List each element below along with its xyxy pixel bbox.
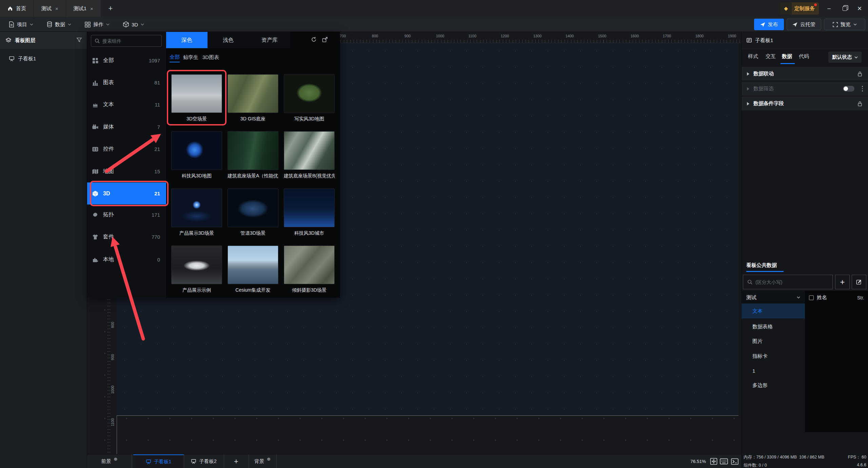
tab-close-icon[interactable]: × bbox=[90, 6, 93, 12]
fps-value: FPS： 60 bbox=[848, 454, 866, 460]
publish-button[interactable]: 发布 bbox=[754, 19, 784, 30]
tab-doc-1[interactable]: 测试 × bbox=[34, 0, 66, 17]
component-card-3d-gis-base[interactable]: 3D GIS底座 bbox=[228, 74, 278, 122]
menu-data[interactable]: 数据 bbox=[40, 17, 78, 32]
widget-list-icon bbox=[92, 146, 99, 153]
thumbnail-label: 科技风3D地图 bbox=[171, 173, 222, 179]
category-local[interactable]: 本地 0 bbox=[87, 249, 166, 271]
data-item-image[interactable]: 图片 bbox=[742, 334, 805, 349]
add-foreground-icon[interactable]: ⊕ bbox=[114, 456, 118, 462]
inspector-tab-interaction[interactable]: 交互 bbox=[766, 53, 776, 60]
tab-home[interactable]: 首页 bbox=[0, 0, 34, 17]
filter-icon[interactable] bbox=[76, 37, 82, 43]
tab-close-icon[interactable]: × bbox=[55, 6, 58, 12]
data-item-1[interactable]: 1 bbox=[742, 363, 805, 378]
component-card-tech-3d-map[interactable]: 科技风3D地图 bbox=[171, 131, 222, 179]
component-card-building-base-b[interactable]: 建筑底座场景B(视觉优先) bbox=[284, 131, 335, 179]
public-data-search[interactable] bbox=[743, 275, 833, 289]
category-label: 全部 bbox=[103, 57, 114, 64]
thumbnail-label: Cesium集成开发 bbox=[228, 287, 278, 293]
thumbnail-image bbox=[228, 246, 278, 284]
board-icon bbox=[746, 38, 752, 43]
data-filter-toggle[interactable] bbox=[843, 86, 854, 92]
section-data-linkage[interactable]: 数据联动 bbox=[742, 67, 868, 81]
terminal-console-icon[interactable] bbox=[731, 457, 739, 465]
board-icon bbox=[9, 56, 15, 61]
component-card-realistic-3d-map[interactable]: 写实风3D地图 bbox=[284, 74, 335, 122]
component-card-oblique-photography[interactable]: 倾斜摄影3D场景 bbox=[284, 246, 335, 293]
category-text[interactable]: 文本 11 bbox=[87, 94, 166, 116]
section-data-filter[interactable]: 数据筛选 bbox=[742, 82, 868, 96]
component-card-tech-3d-city[interactable]: 科技风3D城市 bbox=[284, 189, 335, 236]
category-all[interactable]: 全部 1097 bbox=[87, 50, 166, 72]
public-data-title[interactable]: 看板公共数据 bbox=[746, 262, 777, 269]
category-suites[interactable]: 套件 770 bbox=[87, 226, 166, 248]
layer-item-subboard1[interactable]: 子看板1 bbox=[0, 52, 87, 66]
dataset-column-header[interactable]: 姓名 Str. bbox=[805, 291, 868, 304]
active-tab-underline bbox=[781, 63, 795, 64]
theme-tab-assets[interactable]: 资产库 bbox=[249, 32, 290, 48]
checkbox-icon[interactable] bbox=[809, 295, 814, 300]
component-card-cesium-dev[interactable]: Cesium集成开发 bbox=[228, 246, 278, 293]
subboard-tab-2[interactable]: 子看板2 bbox=[184, 454, 224, 468]
data-item-table[interactable]: 数据表格 bbox=[742, 319, 805, 334]
close-window-button[interactable]: ✕ bbox=[852, 0, 867, 17]
minimize-button[interactable]: – bbox=[821, 0, 837, 17]
inspector-tab-data[interactable]: 数据 bbox=[782, 53, 792, 60]
zoom-level[interactable]: 76.51% bbox=[690, 454, 706, 468]
custom-service-badge[interactable]: ◆ 定制服务 bbox=[780, 2, 819, 15]
ruler-number: 800 bbox=[111, 317, 115, 332]
add-data-button[interactable]: + bbox=[835, 275, 850, 289]
ruler-number: 1400 bbox=[561, 34, 578, 38]
component-card-pipeline-3d-scene[interactable]: 管道3D场景 bbox=[228, 189, 278, 236]
edit-pencil-icon bbox=[856, 279, 862, 285]
kebab-menu-icon[interactable] bbox=[862, 86, 863, 92]
theme-tab-dark[interactable]: 深色 bbox=[166, 32, 208, 48]
menu-project[interactable]: 项目 bbox=[2, 17, 40, 32]
data-item-indicator-card[interactable]: 指标卡 bbox=[742, 349, 805, 364]
puzzle-icon bbox=[92, 256, 99, 263]
preview-button[interactable]: 预览 bbox=[824, 19, 865, 30]
filter-tab-digital-twin[interactable]: 鲸孪生 bbox=[183, 52, 198, 62]
section-data-condition-fields[interactable]: 数据条件字段 bbox=[742, 97, 868, 111]
refresh-icon[interactable] bbox=[311, 37, 317, 42]
add-background-icon[interactable]: ⊕ bbox=[267, 456, 271, 462]
category-maps[interactable]: 地图 15 bbox=[87, 160, 166, 182]
menu-3d[interactable]: 3D bbox=[116, 17, 151, 32]
restore-button[interactable] bbox=[837, 0, 852, 17]
keyboard-shortcuts-icon[interactable] bbox=[720, 457, 728, 465]
component-category-column: 全部 1097 图表 81 文本 11 媒体 7 控件 21 bbox=[87, 32, 166, 298]
public-data-search-input[interactable] bbox=[755, 279, 828, 285]
foreground-button[interactable]: 前景 ⊕ bbox=[87, 454, 132, 468]
inspector-tab-style[interactable]: 样式 bbox=[748, 53, 758, 60]
filter-tab-3d-charts[interactable]: 3D图表 bbox=[202, 52, 219, 62]
data-item-text[interactable]: 文本 bbox=[742, 304, 805, 318]
component-search-input[interactable] bbox=[102, 38, 158, 44]
fit-to-screen-icon[interactable] bbox=[710, 457, 718, 465]
theme-tab-light[interactable]: 浅色 bbox=[208, 32, 249, 48]
new-tab-button[interactable]: + bbox=[101, 0, 120, 17]
add-subboard-button[interactable]: + bbox=[224, 454, 249, 468]
component-card-building-base-a[interactable]: 建筑底座场景A（性能优... bbox=[228, 131, 278, 179]
edit-data-button[interactable] bbox=[852, 275, 866, 289]
chevron-down-icon bbox=[853, 23, 857, 25]
category-charts[interactable]: 图表 81 bbox=[87, 72, 166, 94]
filter-tab-all[interactable]: 全部 bbox=[170, 52, 180, 62]
detach-panel-icon[interactable] bbox=[322, 37, 328, 42]
subboard-tab-1[interactable]: 子看板1 bbox=[133, 454, 184, 468]
menu-operations[interactable]: 操作 bbox=[78, 17, 116, 32]
component-search[interactable] bbox=[91, 35, 162, 47]
layer-panel-title: 看板图层 bbox=[15, 37, 35, 44]
data-item-polygon[interactable]: 多边形 bbox=[742, 378, 805, 393]
inspector-tab-code[interactable]: 代码 bbox=[799, 53, 809, 60]
component-card-product-demo[interactable]: 产品展示示例 bbox=[171, 246, 222, 293]
category-label: 拓扑 bbox=[103, 211, 114, 218]
dataset-selector[interactable]: 测试 bbox=[742, 291, 805, 304]
tab-doc-2[interactable]: 测试1 × bbox=[66, 0, 101, 17]
category-topology[interactable]: 拓扑 171 bbox=[87, 204, 166, 226]
component-card-product-3d-scene[interactable]: 产品展示3D场景 bbox=[171, 189, 222, 236]
cloud-hosting-button[interactable]: 云托管 bbox=[787, 19, 821, 30]
background-button[interactable]: 背景 ⊕ bbox=[249, 454, 276, 468]
bar-chart-icon bbox=[92, 79, 99, 86]
state-selector[interactable]: 默认状态 bbox=[828, 52, 862, 63]
